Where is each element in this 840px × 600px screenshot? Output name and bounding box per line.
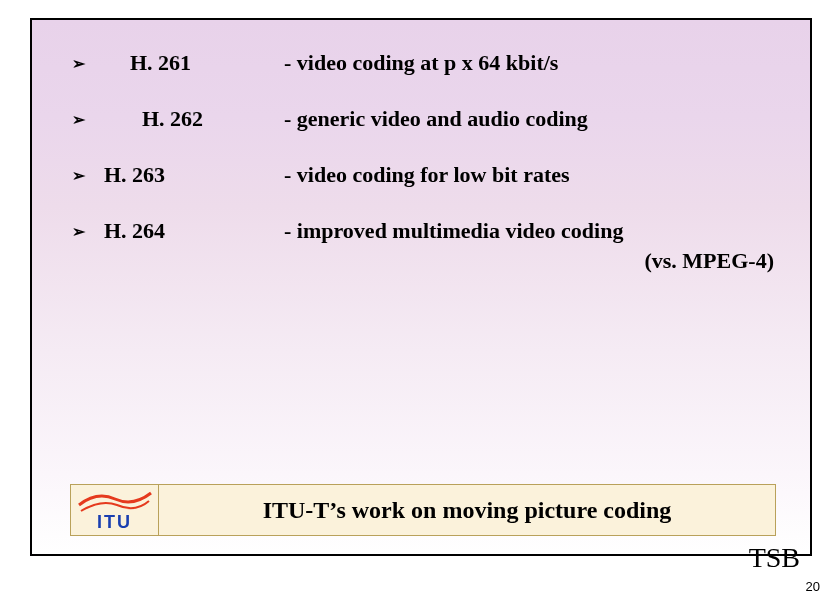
bullet-icon: ➢	[72, 106, 104, 129]
standard-desc: - video coding for low bit rates	[284, 162, 782, 188]
bullet-icon: ➢	[72, 218, 104, 241]
footer-bar: ITU ITU-T’s work on moving picture codin…	[70, 484, 776, 536]
standard-code: H. 263	[104, 162, 284, 188]
slide-title: ITU-T’s work on moving picture coding	[159, 497, 775, 524]
standard-desc: - video coding at p x 64 kbit/s	[284, 50, 782, 76]
standard-desc: - improved multimedia video coding (vs. …	[284, 218, 782, 274]
bullet-icon: ➢	[72, 50, 104, 73]
bullet-icon: ➢	[72, 162, 104, 185]
itu-logo: ITU	[71, 485, 159, 535]
standard-desc-sub: (vs. MPEG-4)	[284, 248, 782, 274]
content-area: ➢ H. 261 - video coding at p x 64 kbit/s…	[32, 20, 810, 274]
tsb-label: TSB	[749, 542, 800, 574]
slide-frame: ➢ H. 261 - video coding at p x 64 kbit/s…	[30, 18, 812, 556]
list-item: ➢ H. 262 - generic video and audio codin…	[72, 106, 782, 132]
standard-desc: - generic video and audio coding	[284, 106, 782, 132]
list-item: ➢ H. 263 - video coding for low bit rate…	[72, 162, 782, 188]
list-item: ➢ H. 264 - improved multimedia video cod…	[72, 218, 782, 274]
list-item: ➢ H. 261 - video coding at p x 64 kbit/s	[72, 50, 782, 76]
standard-code: H. 262	[104, 106, 284, 132]
standard-desc-line: - improved multimedia video coding	[284, 218, 623, 243]
itu-logo-text: ITU	[97, 512, 132, 533]
standard-code: H. 264	[104, 218, 284, 244]
page-number: 20	[806, 579, 820, 594]
standard-code: H. 261	[104, 50, 284, 76]
